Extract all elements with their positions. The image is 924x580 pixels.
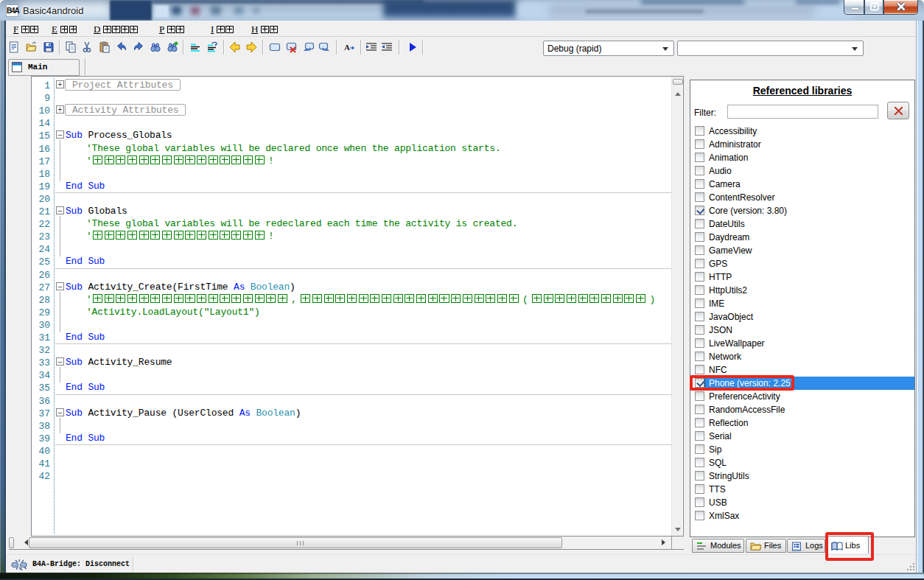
svg-text:A: A <box>344 43 350 52</box>
